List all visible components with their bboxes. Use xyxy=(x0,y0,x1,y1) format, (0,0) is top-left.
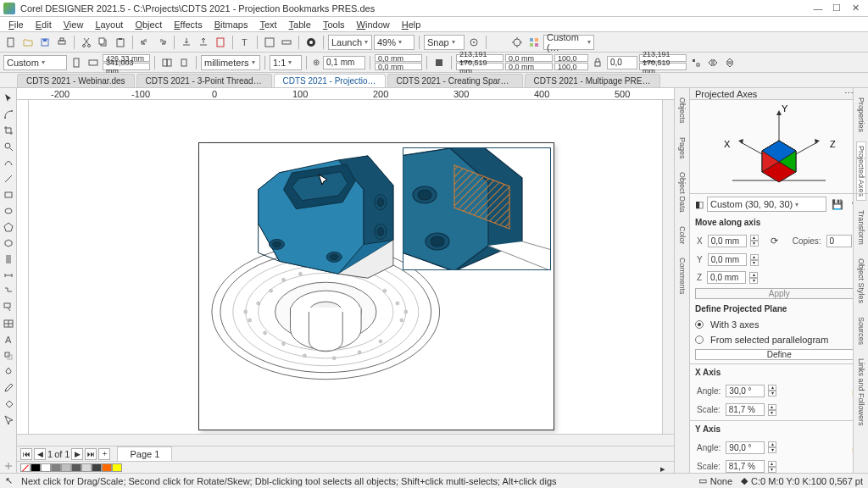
axis-angle-input[interactable] xyxy=(726,441,765,454)
text-icon[interactable]: T xyxy=(237,35,253,50)
menu-layout[interactable]: Layout xyxy=(90,19,128,30)
menu-effects[interactable]: Effects xyxy=(169,19,207,30)
axis-scale-input[interactable] xyxy=(726,460,765,473)
page-preset-dropdown[interactable]: Custom▾ xyxy=(3,55,67,70)
document-tab[interactable]: CDTS 2021 - Webinar.des xyxy=(17,74,135,87)
prev-page-button[interactable]: ◀ xyxy=(34,448,46,460)
document-tab[interactable]: CDTS 2021 - 3-Point Thread PRES.des* xyxy=(136,74,272,87)
page-tab[interactable]: Page 1 xyxy=(117,446,172,462)
viewport[interactable] xyxy=(29,100,662,434)
menu-tools[interactable]: Tools xyxy=(318,19,350,30)
projected-shape-icon[interactable] xyxy=(2,236,15,250)
launch-dropdown[interactable]: Launch▾ xyxy=(328,35,372,50)
last-page-button[interactable]: ⏭ xyxy=(85,448,97,460)
docker-tab-sources[interactable]: Sources xyxy=(856,313,866,349)
add-page-button[interactable]: ＋ xyxy=(98,448,110,460)
freehand-tool-icon[interactable] xyxy=(2,156,15,169)
zoom-dropdown[interactable]: 49%▾ xyxy=(374,35,415,50)
units-dropdown[interactable]: millimeters▾ xyxy=(201,55,260,70)
export-icon[interactable] xyxy=(196,35,211,50)
color-swatch[interactable] xyxy=(102,463,112,472)
apply-button[interactable]: Apply xyxy=(695,288,864,299)
rectangle-tool-icon[interactable] xyxy=(2,188,15,202)
connector-tool-icon[interactable] xyxy=(2,285,15,298)
move-y-input[interactable] xyxy=(708,253,747,266)
menu-help[interactable]: Help xyxy=(397,19,426,30)
cycle-icon[interactable]: ⟳ xyxy=(767,233,782,248)
horizontal-ruler[interactable]: -200-1000100200300400500 xyxy=(17,88,674,100)
move-x-input[interactable] xyxy=(708,235,747,247)
effects-tool-icon[interactable] xyxy=(2,349,15,363)
scale-x-input[interactable]: 100,0 xyxy=(554,54,588,62)
axis-angle-input[interactable] xyxy=(726,385,765,397)
color-swatch[interactable] xyxy=(31,463,41,472)
quick-customize-icon[interactable] xyxy=(2,459,15,473)
docker-tab-objects[interactable]: Objects xyxy=(677,93,687,128)
zoom-tool-icon[interactable] xyxy=(2,140,15,153)
workspace-dropdown[interactable]: Custom (…▾ xyxy=(543,35,594,50)
menu-table[interactable]: Table xyxy=(284,19,316,30)
dup-x-input[interactable]: 0,0 mm xyxy=(375,54,422,62)
callout-tool-icon[interactable] xyxy=(2,301,15,314)
obj-h-input[interactable]: 0,0 mm xyxy=(505,63,553,70)
vertical-ruler[interactable] xyxy=(17,100,29,434)
copies-input[interactable] xyxy=(826,235,852,247)
horizontal-scrollbar[interactable] xyxy=(17,434,674,446)
eyedropper-tool-icon[interactable] xyxy=(2,381,15,395)
menu-text[interactable]: Text xyxy=(254,19,281,30)
new-icon[interactable] xyxy=(3,35,19,50)
menu-file[interactable]: File xyxy=(3,19,29,30)
import-icon[interactable] xyxy=(179,35,194,50)
maximize-button[interactable]: ☐ xyxy=(827,2,846,15)
undo-icon[interactable] xyxy=(137,35,153,50)
publish-pdf-icon[interactable] xyxy=(213,35,228,50)
fullscreen-icon[interactable] xyxy=(262,35,277,50)
with-3-axes-radio[interactable]: With 3 axes xyxy=(690,317,868,332)
workspace-icon[interactable] xyxy=(526,35,542,50)
document-tab[interactable]: CDTS 2021 - Creating Spare Parts Page PR… xyxy=(387,74,523,87)
redo-icon[interactable] xyxy=(154,35,170,50)
thread-tool-icon[interactable] xyxy=(2,252,15,266)
palette-scroll-button[interactable]: ▸ xyxy=(660,463,670,472)
color-swatch[interactable] xyxy=(112,463,122,472)
color-swatch[interactable] xyxy=(61,463,71,472)
menu-object[interactable]: Object xyxy=(130,19,167,30)
menu-edit[interactable]: Edit xyxy=(31,19,57,30)
menu-bitmaps[interactable]: Bitmaps xyxy=(209,19,253,30)
document-tab[interactable]: CDTS 2021 - Multipage PRES.des xyxy=(525,74,660,87)
color-swatch[interactable] xyxy=(81,463,92,472)
copy-icon[interactable] xyxy=(96,35,111,50)
menu-window[interactable]: Window xyxy=(352,19,395,30)
relative-icon[interactable] xyxy=(688,55,704,70)
portrait-icon[interactable] xyxy=(69,55,84,70)
landscape-icon[interactable] xyxy=(86,55,101,70)
mirror-v-icon[interactable] xyxy=(722,55,737,70)
docker-tab-links-and-followers[interactable]: Links and Followers xyxy=(856,354,866,430)
page-height-input[interactable]: 341,003 mm xyxy=(103,63,150,70)
menu-view[interactable]: View xyxy=(58,19,89,30)
docker-tab-transform[interactable]: Transform xyxy=(856,206,866,249)
next-page-button[interactable]: ▶ xyxy=(71,448,83,460)
obj-w-input[interactable]: 0,0 mm xyxy=(505,54,553,62)
dimension-tool-icon[interactable] xyxy=(2,269,15,282)
docker-menu-icon[interactable]: ⋯ xyxy=(844,88,854,99)
drawing-scale-dropdown[interactable]: 1:1▾ xyxy=(270,55,302,70)
crop-tool-icon[interactable] xyxy=(2,124,15,137)
rotation-input[interactable]: 0,0 xyxy=(607,56,637,69)
first-page-button[interactable]: ⏮ xyxy=(20,448,32,460)
close-button[interactable]: ✕ xyxy=(846,2,865,15)
define-button[interactable]: Define xyxy=(695,349,864,360)
current-page-icon[interactable] xyxy=(176,55,192,70)
preset-dropdown[interactable]: Custom (30, 90, 30)▾ xyxy=(707,197,826,212)
color-swatch[interactable] xyxy=(41,463,51,472)
apps-icon[interactable] xyxy=(303,35,319,50)
axis-scale-input[interactable] xyxy=(726,403,765,416)
scale-y-input[interactable]: 100,0 xyxy=(554,63,588,70)
show-rulers-icon[interactable] xyxy=(279,35,294,50)
fill-tool-icon[interactable] xyxy=(2,397,15,411)
vertical-scrollbar[interactable] xyxy=(662,100,674,434)
snap-options-icon[interactable] xyxy=(466,35,481,50)
ellipse-tool-icon[interactable] xyxy=(2,204,15,218)
all-pages-icon[interactable] xyxy=(159,55,175,70)
color-swatch[interactable] xyxy=(71,463,81,472)
